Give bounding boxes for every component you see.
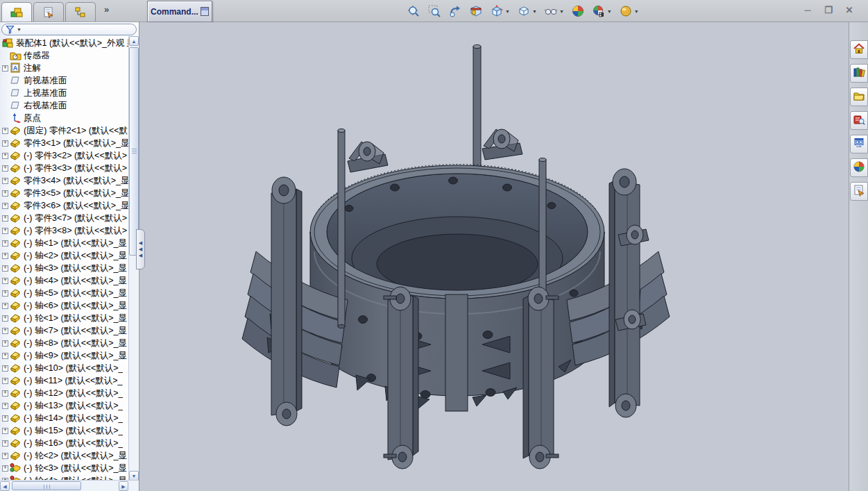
expand-toggle[interactable]: + xyxy=(2,203,8,209)
expand-toggle[interactable]: + xyxy=(2,153,8,159)
tree-item[interactable]: + (-) 轴<1> (默认<<默认>_显 xyxy=(0,237,129,249)
expand-toggle[interactable]: + xyxy=(2,428,8,434)
expand-toggle[interactable]: + xyxy=(2,265,8,272)
expand-toggle[interactable]: + xyxy=(2,315,8,322)
hide-show-items-dropdown-caret[interactable]: ▼ xyxy=(559,9,564,14)
graphics-viewport[interactable] xyxy=(139,22,849,491)
tree-item[interactable]: + (-) 轴<6> (默认<<默认>_显 xyxy=(0,299,129,312)
command-toolbar[interactable]: Command... xyxy=(147,1,212,22)
expand-toggle[interactable]: + xyxy=(2,65,8,72)
expand-toggle[interactable]: + xyxy=(2,140,8,147)
tree-item[interactable]: + 零件3<4> (默认<<默认>_显 xyxy=(0,174,129,187)
expand-toggle[interactable]: + xyxy=(2,340,8,347)
display-style-dropdown-caret[interactable]: ▼ xyxy=(532,9,537,14)
view-orientation-dropdown-caret[interactable]: ▼ xyxy=(505,9,510,14)
expand-toggle[interactable]: + xyxy=(2,378,8,384)
expand-toggle[interactable]: + xyxy=(2,390,8,397)
tree-item[interactable]: + (-) 轴<4> (默认<<默认>_显 xyxy=(0,274,129,287)
tree-item[interactable]: + (-) 轴<3> (默认<<默认>_显 xyxy=(0,262,129,274)
expand-toggle[interactable]: + xyxy=(2,415,8,422)
tree-item[interactable]: + (固定) 零件2<1> (默认<<默 xyxy=(0,124,129,137)
taskpane-tab-custom-properties[interactable] xyxy=(850,182,868,201)
expand-toggle[interactable]: + xyxy=(2,290,8,297)
tree-item[interactable]: + (-) 轴<16> (默认<<默认>_ xyxy=(0,437,129,449)
view-settings-button[interactable]: ▼ xyxy=(618,3,640,19)
expand-toggle[interactable]: + xyxy=(2,440,8,447)
expand-toggle[interactable]: + xyxy=(2,278,8,284)
tree-item[interactable]: + (-) 轴<13> (默认<<默认>_ xyxy=(0,399,129,412)
tree-item[interactable]: + (-) 轮<3> (默认<<默认>_显 xyxy=(0,462,129,474)
zoom-to-fit-button[interactable] xyxy=(405,3,422,19)
taskpane-tab-view-palette[interactable] xyxy=(850,135,868,153)
tree-item[interactable]: + 上视基准面 xyxy=(0,87,129,99)
expand-toggle[interactable]: + xyxy=(2,165,8,172)
expand-toggle[interactable]: + xyxy=(2,465,8,472)
propertymanager-tab[interactable] xyxy=(33,2,64,22)
tree-item[interactable]: + (-) 零件3<3> (默认<<默认> xyxy=(0,162,129,174)
taskpane-tab-file-explorer[interactable] xyxy=(850,88,868,106)
expand-toggle[interactable]: + xyxy=(2,228,8,234)
tree-item[interactable]: + A 注解 xyxy=(0,62,129,74)
expand-toggle[interactable]: + xyxy=(2,253,8,259)
apply-scene-dropdown-caret[interactable]: ▼ xyxy=(607,9,612,14)
tree-item[interactable]: + (-) 轮<2> (默认<<默认>_显 xyxy=(0,449,129,462)
tree-item[interactable]: + 前视基准面 xyxy=(0,74,129,87)
scroll-down-arrow[interactable]: ▼ xyxy=(129,471,139,481)
tree-item[interactable]: + (-) 轴<11> (默认<<默认>_ xyxy=(0,374,129,387)
filter-dropdown-caret[interactable]: ▼ xyxy=(17,27,22,32)
scroll-up-arrow[interactable]: ▲ xyxy=(129,36,139,46)
previous-view-button[interactable] xyxy=(447,3,463,19)
tree-item[interactable]: + 传感器 xyxy=(0,49,129,62)
tree-horizontal-scrollbar[interactable]: ◀ ▶ xyxy=(0,480,139,491)
expand-toggle[interactable]: + xyxy=(2,353,8,359)
expand-toggle[interactable]: + xyxy=(2,403,8,409)
horizontal-scroll-thumb[interactable] xyxy=(12,481,81,490)
tree-item[interactable]: + (-) 轴<7> (默认<<默认>_显 xyxy=(0,324,129,337)
tree-item[interactable]: + 装配体1 (默认<<默认>_外观 显 xyxy=(0,37,129,49)
tree-item[interactable]: + (-) 轮<1> (默认<<默认>_显 xyxy=(0,312,129,324)
scroll-right-arrow[interactable]: ▶ xyxy=(119,481,128,491)
tree-item[interactable]: + (-) 零件3<7> (默认<<默认> xyxy=(0,212,129,224)
taskpane-tab-search[interactable] xyxy=(850,111,868,130)
taskpane-tab-appearances-scenes[interactable] xyxy=(850,158,868,177)
tree-item[interactable]: + 零件3<6> (默认<<默认>_显 xyxy=(0,199,129,212)
configurationmanager-tab[interactable] xyxy=(65,2,96,22)
tree-item[interactable]: + (-) 轴<2> (默认<<默认>_显 xyxy=(0,249,129,262)
tree-item[interactable]: + (-) 零件3<8> (默认<<默认> xyxy=(0,224,129,237)
tree-item[interactable]: + 零件3<1> (默认<<默认>_显 xyxy=(0,137,129,149)
tree-item[interactable]: + (-) 轴<14> (默认<<默认>_ xyxy=(0,412,129,424)
hide-show-items-button[interactable]: ▼ xyxy=(543,3,565,19)
tree-item[interactable]: + (-) 轴<15> (默认<<默认>_ xyxy=(0,424,129,437)
expand-toggle[interactable]: + xyxy=(2,328,8,334)
expand-toggle[interactable]: + xyxy=(2,215,8,222)
tree-item[interactable]: + 零件3<5> (默认<<默认>_显 xyxy=(0,187,129,199)
minimize-window-button[interactable]: ─ xyxy=(801,3,814,16)
expand-toggle[interactable]: + xyxy=(2,178,8,184)
tree-item[interactable]: + (-) 轴<8> (默认<<默认>_显 xyxy=(0,337,129,349)
tree-item[interactable]: + (-) 轴<9> (默认<<默认>_显 xyxy=(0,349,129,362)
tree-item[interactable]: + (-) 轴<5> (默认<<默认>_显 xyxy=(0,287,129,299)
apply-scene-button[interactable]: ▼ xyxy=(590,3,613,19)
tabs-overflow-chevron[interactable]: » xyxy=(104,4,109,15)
expand-toggle[interactable]: + xyxy=(2,303,8,309)
view-orientation-button[interactable]: ▼ xyxy=(488,3,511,19)
tree-item[interactable]: + 原点 xyxy=(0,112,129,124)
panel-collapse-handle[interactable]: ◀◀◀ xyxy=(136,229,145,269)
scroll-left-arrow[interactable]: ◀ xyxy=(0,481,10,491)
restore-window-button[interactable]: ❐ xyxy=(822,3,835,16)
tree-item[interactable]: + (-) 轴<12> (默认<<默认>_ xyxy=(0,387,129,399)
taskpane-tab-solidworks-resources[interactable] xyxy=(850,40,868,59)
zoom-to-area-button[interactable] xyxy=(426,3,443,19)
expand-toggle[interactable]: + xyxy=(2,240,8,247)
section-view-button[interactable] xyxy=(468,3,484,19)
close-window-button[interactable]: ✕ xyxy=(843,3,856,16)
expand-toggle[interactable]: + xyxy=(2,453,8,459)
vertical-scroll-thumb[interactable] xyxy=(129,47,139,256)
tree-item[interactable]: + (-) 轴<10> (默认<<默认>_ xyxy=(0,362,129,374)
expand-toggle[interactable]: + xyxy=(2,128,8,134)
tree-item[interactable]: + 右视基准面 xyxy=(0,99,129,112)
featuremanager-tree-tab[interactable] xyxy=(1,2,32,22)
tree-item[interactable]: + (-) 零件3<2> (默认<<默认> xyxy=(0,149,129,162)
expand-toggle[interactable]: + xyxy=(2,190,8,197)
taskpane-tab-design-library[interactable] xyxy=(850,64,868,83)
